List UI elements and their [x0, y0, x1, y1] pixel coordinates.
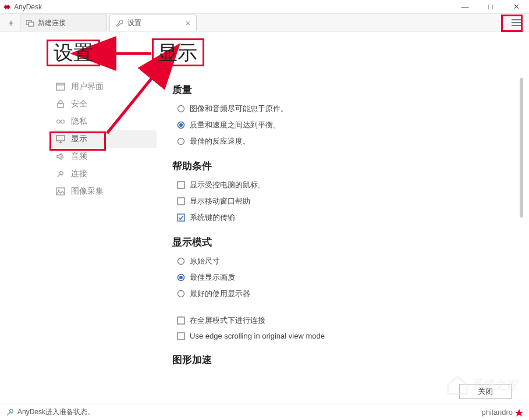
sidebar-item-label: 安全 — [71, 99, 87, 109]
fullscreen-option-connect[interactable]: 在全屏模式下进行连接 — [177, 315, 506, 326]
close-window-button[interactable]: ✕ — [503, 0, 529, 14]
svg-rect-13 — [56, 136, 65, 141]
app-title: AnyDesk — [14, 3, 452, 11]
svg-rect-25 — [177, 214, 184, 221]
window-controls: — □ ✕ — [452, 0, 529, 14]
statusbar: AnyDesk进入准备状态。 philandro — [0, 404, 529, 420]
wrench-icon — [116, 19, 124, 27]
svg-rect-24 — [177, 198, 184, 205]
svg-rect-30 — [177, 317, 184, 324]
mode-option-best-quality[interactable]: 最佳显示画质 — [177, 272, 506, 283]
checkbox-icon — [177, 197, 185, 205]
svg-rect-9 — [58, 104, 63, 108]
settings-main-panel: 质量 图像和音频尽可能忠于原件。 质量和速度之间达到平衡。 最佳的反应速度。 帮… — [160, 31, 529, 404]
svg-point-22 — [178, 138, 184, 145]
sidebar-item-display[interactable]: 显示 — [51, 130, 157, 148]
watermark: 系统之家 — [438, 364, 526, 405]
svg-point-21 — [179, 123, 183, 127]
svg-point-18 — [58, 190, 60, 191]
radio-selected-icon — [177, 121, 185, 129]
option-label: 显示受控电脑的鼠标。 — [190, 180, 265, 190]
annotation-heading-settings: 设置 — [54, 40, 93, 66]
status-text: AnyDesk进入准备状态。 — [17, 407, 94, 417]
sidebar-item-label: 用户界面 — [71, 81, 104, 92]
monitor-icon — [56, 134, 65, 144]
lock-icon — [56, 99, 65, 109]
brand-text: philandro — [482, 408, 513, 417]
tab-close-icon[interactable]: × — [186, 19, 190, 28]
sidebar-item-security[interactable]: 安全 — [51, 95, 157, 113]
quality-option-reaction[interactable]: 最佳的反应速度。 — [177, 136, 506, 147]
mode-option-original-size[interactable]: 原始尺寸 — [177, 256, 506, 266]
option-label: 最好的使用显示器 — [190, 289, 250, 299]
annotation-heading-display: 显示 — [158, 40, 197, 66]
checkbox-icon — [177, 316, 185, 325]
glasses-icon — [56, 117, 65, 126]
watermark-text: 系统之家 — [473, 377, 519, 393]
option-label: 系统键的传输 — [190, 212, 235, 223]
new-tab-button[interactable]: + — [2, 16, 20, 31]
help-option-system-keys[interactable]: 系统键的传输 — [177, 212, 506, 223]
sidebar-item-connection[interactable]: 连接 — [51, 165, 157, 183]
speaker-icon — [56, 152, 65, 161]
fullscreen-option-edge-scroll[interactable]: Use edge scrolling in original view mode — [177, 332, 506, 340]
radio-icon — [177, 290, 185, 298]
svg-point-26 — [178, 258, 184, 265]
sidebar-item-privacy[interactable]: 隐私 — [51, 113, 157, 130]
mode-option-best-monitor[interactable]: 最好的使用显示器 — [177, 289, 506, 299]
option-label: 显示移动窗口帮助 — [190, 196, 250, 207]
svg-marker-32 — [515, 409, 523, 417]
tab-label: 新建连接 — [38, 18, 101, 28]
option-label: Use edge scrolling in original view mode — [190, 332, 325, 340]
section-title-mode: 显示模式 — [172, 236, 506, 249]
option-label: 最佳显示画质 — [190, 272, 235, 283]
scrollbar[interactable] — [520, 78, 523, 357]
scrollbar-thumb[interactable] — [520, 78, 523, 218]
settings-sidebar: 用户界面 安全 隐私 显示 音频 连接 图像采集 — [0, 31, 160, 404]
checkbox-icon — [177, 181, 185, 189]
maximize-button[interactable]: □ — [478, 0, 503, 14]
brand-logo-icon — [515, 408, 523, 417]
titlebar: AnyDesk — □ ✕ — [0, 0, 529, 14]
tab-new-connection[interactable]: 新建连接 — [20, 15, 107, 31]
svg-point-29 — [178, 291, 184, 297]
svg-rect-23 — [177, 181, 184, 188]
svg-point-10 — [57, 120, 61, 123]
tab-label: 设置 — [127, 18, 182, 28]
help-option-remote-cursor[interactable]: 显示受控电脑的鼠标。 — [177, 180, 506, 190]
screens-icon — [26, 19, 34, 27]
svg-point-28 — [179, 276, 183, 279]
quality-option-balanced[interactable]: 质量和速度之间达到平衡。 — [177, 120, 506, 130]
app-logo-icon — [3, 3, 10, 10]
radio-selected-icon — [177, 273, 185, 282]
svg-rect-7 — [56, 83, 65, 90]
sidebar-item-ui[interactable]: 用户界面 — [51, 78, 157, 95]
tab-settings[interactable]: 设置 × — [109, 15, 197, 31]
sidebar-item-label: 隐私 — [71, 116, 87, 127]
sidebar-item-capture[interactable]: 图像采集 — [51, 183, 157, 200]
section-title-quality: 质量 — [172, 83, 506, 97]
hamburger-menu-button[interactable] — [510, 16, 523, 29]
sidebar-item-label: 图像采集 — [71, 186, 104, 197]
option-label: 原始尺寸 — [190, 256, 220, 266]
svg-marker-16 — [57, 154, 61, 159]
sidebar-item-label: 音频 — [71, 151, 87, 162]
ui-icon — [56, 82, 65, 91]
help-option-move-window[interactable]: 显示移动窗口帮助 — [177, 196, 506, 207]
radio-icon — [177, 137, 185, 145]
minimize-button[interactable]: — — [452, 0, 478, 14]
svg-rect-3 — [29, 22, 34, 26]
checkbox-checked-icon — [177, 213, 185, 222]
content-area: 用户界面 安全 隐私 显示 音频 连接 图像采集 质量 — [0, 31, 529, 404]
sidebar-item-label: 连接 — [71, 169, 87, 179]
status-ready-icon — [6, 408, 14, 417]
svg-rect-31 — [177, 333, 184, 340]
svg-point-19 — [178, 106, 184, 112]
brand-label: philandro — [482, 408, 524, 417]
quality-option-original[interactable]: 图像和音频尽可能忠于原件。 — [177, 104, 506, 114]
plug-icon — [56, 169, 65, 179]
sidebar-item-audio[interactable]: 音频 — [51, 148, 157, 165]
option-label: 在全屏模式下进行连接 — [190, 315, 265, 326]
radio-icon — [177, 105, 185, 113]
image-icon — [56, 187, 65, 196]
